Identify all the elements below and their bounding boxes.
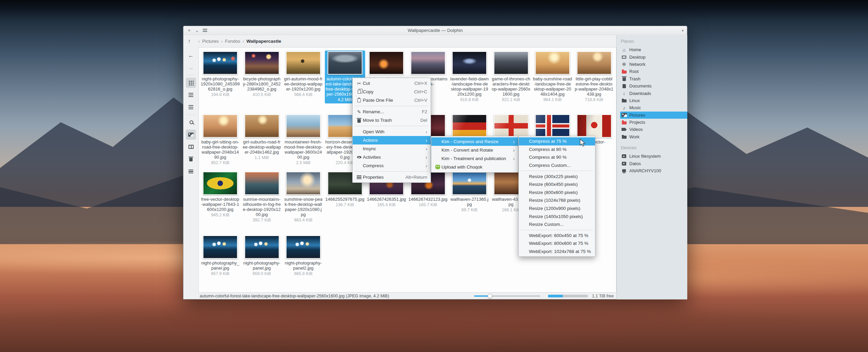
menu-item[interactable]: WebExport: 800x600 at 75 % — [519, 239, 595, 248]
device-item-datos[interactable]: Datos — [620, 160, 687, 167]
zoom-slider[interactable] — [474, 294, 540, 298]
breadcrumb-item[interactable]: Wallpapercastle — [246, 39, 281, 44]
file-item[interactable]: mountaineer-fresh-mood-free-desktop-wall… — [283, 114, 323, 167]
device-item-anarchyv100[interactable]: ANARCHYV100 — [620, 167, 687, 174]
places-item-root[interactable]: Root — [620, 68, 687, 75]
location-bar: ↑ ›Pictures›Fondos›Wallpapercastle — [183, 35, 616, 47]
menu-item[interactable]: Kim - Treatment and publication› — [431, 154, 518, 163]
file-name: sunshine-snow-peak-free-desktop-wallpape… — [284, 197, 323, 217]
places-item-home[interactable]: ⌂Home — [620, 46, 687, 53]
compact-view-button[interactable] — [186, 102, 196, 112]
menu-separator — [521, 230, 593, 230]
menu-item[interactable]: Compress at 75 % — [519, 137, 595, 145]
titlebar[interactable]: × ⌄ Wallpapercastle — Dolphin ▴ — [183, 26, 687, 35]
menu-item[interactable]: Activities› — [353, 153, 431, 161]
copy-icon — [358, 90, 361, 94]
breadcrumb-item[interactable]: Fondos — [225, 39, 240, 44]
file-item[interactable]: little-girl-play-cobblestone-free-deskto… — [574, 51, 614, 103]
actions-submenu: Kim - Compress and Resize›Kim - Convert … — [431, 136, 518, 173]
menu-item[interactable]: WebExport: 1024x768 at 75 % — [519, 248, 595, 256]
menu-item[interactable]: ✂CutCtrl+X — [353, 79, 431, 87]
file-item[interactable]: free-vector-desktop-wallpaper-17643-1600… — [200, 171, 240, 219]
file-item[interactable]: game-of-thrones-characters-free-desktop-… — [491, 51, 531, 103]
menu-item[interactable]: Insync› — [353, 144, 431, 153]
menu-item[interactable]: Resize Custom... — [519, 220, 595, 229]
menu-item[interactable]: Paste One FileCtrl+V — [353, 96, 431, 104]
list-view-button[interactable] — [186, 90, 196, 100]
menu-item[interactable]: Compress at 90 % — [519, 153, 595, 161]
menu-item[interactable]: Upload with Choqok — [431, 163, 518, 171]
file-item[interactable]: baby-girl-sitting-on-road-free-desktop-w… — [200, 114, 240, 167]
places-item-work[interactable]: Work — [620, 133, 687, 140]
menu-button[interactable] — [186, 166, 196, 176]
file-size: 89.7 KiB — [450, 208, 489, 212]
home-icon: ⌂ — [623, 47, 625, 52]
folder-icon — [622, 136, 627, 139]
file-thumbnail — [452, 172, 487, 195]
menu-item-label: Open With — [363, 129, 419, 134]
menu-item[interactable]: Actions› — [353, 136, 431, 144]
menu-item[interactable]: Move to TrashDel — [353, 116, 431, 124]
file-item[interactable]: wallhaven-271365.jpg89.7 KiB — [449, 171, 490, 214]
menu-item[interactable]: PropertiesAlt+Return — [353, 173, 431, 181]
file-item[interactable]: baby-sunshine-road-landscape-free-deskto… — [532, 51, 573, 103]
menu-item[interactable]: Compress at 80 % — [519, 145, 595, 154]
file-item[interactable]: girl-suburbs-road-free-desktop-wallpaper… — [242, 114, 282, 161]
places-item-documents[interactable]: Documents — [620, 82, 687, 90]
collapse-icon[interactable]: ▴ — [682, 28, 684, 32]
file-item[interactable]: lavender-field-dawn-landscape-free-deskt… — [449, 51, 490, 103]
menu-item[interactable]: Resize (800x600 pixels) — [519, 189, 595, 197]
file-name: free-vector-desktop-wallpaper-17643-1600… — [201, 197, 240, 212]
toolbar-separator — [186, 115, 195, 115]
trash-button[interactable] — [186, 154, 196, 164]
places-item-downloads[interactable]: ↓Downloads — [620, 90, 687, 97]
back-arrow-button[interactable]: ← — [186, 50, 196, 60]
places-item-pictures[interactable]: Pictures — [620, 112, 687, 119]
places-item-music[interactable]: ♪Music — [620, 104, 687, 111]
menu-item[interactable]: Compress Custom... — [519, 161, 595, 170]
menu-item[interactable]: WebExport: 600x450 at 75 % — [519, 232, 595, 240]
split-view-button[interactable] — [186, 142, 196, 152]
places-item-trash[interactable]: Trash — [620, 75, 687, 82]
device-item-linux-filesystem[interactable]: Linux filesystem — [620, 153, 687, 160]
menu-item[interactable]: Compress› — [353, 161, 431, 170]
file-item[interactable]: night-photography_panel.jpg657.9 KiB — [200, 235, 240, 277]
menu-item[interactable]: Kim - Compress and Resize› — [431, 137, 518, 146]
places-item-videos[interactable]: Videos — [620, 126, 687, 133]
breadcrumb-item[interactable]: Pictures — [202, 39, 219, 44]
document-icon — [623, 84, 626, 88]
menu-item[interactable]: Resize (1200x900 pixels) — [519, 204, 595, 213]
file-item[interactable]: bicycle-photography-2880x1800_2452238496… — [242, 51, 282, 98]
file-item[interactable]: sunrise-mountains-silhouette-in-fog-free… — [242, 171, 282, 224]
up-arrow-icon[interactable]: ↑ — [183, 38, 195, 45]
menu-item[interactable]: Resize (600x450 pixels) — [519, 180, 595, 189]
menu-item[interactable]: Resize (300x225 pixels) — [519, 172, 595, 180]
file-name: night-photography-panel2.jpg — [284, 260, 323, 271]
menu-item[interactable]: CopyCtrl+C — [353, 87, 431, 96]
preview-button[interactable] — [186, 130, 196, 140]
file-item[interactable]: night-photography-panel2.jpg665.8 KiB — [283, 235, 323, 277]
file-name: baby-sunshine-road-landscape-free-deskto… — [533, 76, 572, 97]
file-item[interactable]: night-photography-panel.jpg659.0 KiB — [242, 235, 282, 277]
places-item-linux[interactable]: Linux — [620, 97, 687, 104]
folder-icon — [621, 70, 627, 74]
places-item-desktop[interactable]: Desktop — [620, 53, 687, 60]
places-item-network[interactable]: ⊕Network — [620, 61, 687, 68]
menu-item[interactable]: Resize (1024x768 pixels) — [519, 196, 595, 204]
search-button[interactable] — [186, 117, 196, 128]
zoom-slider-knob[interactable] — [488, 294, 492, 298]
file-item[interactable]: night-photography-1920x1080_24539962816_… — [200, 51, 240, 98]
forward-arrow-button[interactable]: → — [186, 62, 196, 73]
file-item[interactable]: sunshine-snow-peak-free-desktop-wallpape… — [283, 171, 323, 224]
menu-item[interactable]: Open With› — [353, 128, 431, 136]
places-panel: Places ⌂HomeDesktop⊕NetworkRootTrashDocu… — [616, 35, 687, 299]
menu-item[interactable]: Resize (1400x1050 pixels) — [519, 212, 595, 220]
places-item-projects[interactable]: Projects — [620, 119, 687, 126]
file-item[interactable]: girl-autumn-mood-free-desktop-wallpaper-… — [283, 51, 323, 98]
menu-item[interactable]: Kim - Convert and Rotate› — [431, 146, 518, 154]
places-item-label: Network — [629, 62, 646, 67]
menu-item[interactable]: ✎Rename...F2 — [353, 107, 431, 116]
menu-item-label: WebExport: 600x450 at 75 % — [529, 233, 592, 238]
icons-view-button[interactable] — [186, 78, 196, 88]
status-info: autumn-colorful-forest-lake-landscape-fr… — [200, 294, 474, 298]
